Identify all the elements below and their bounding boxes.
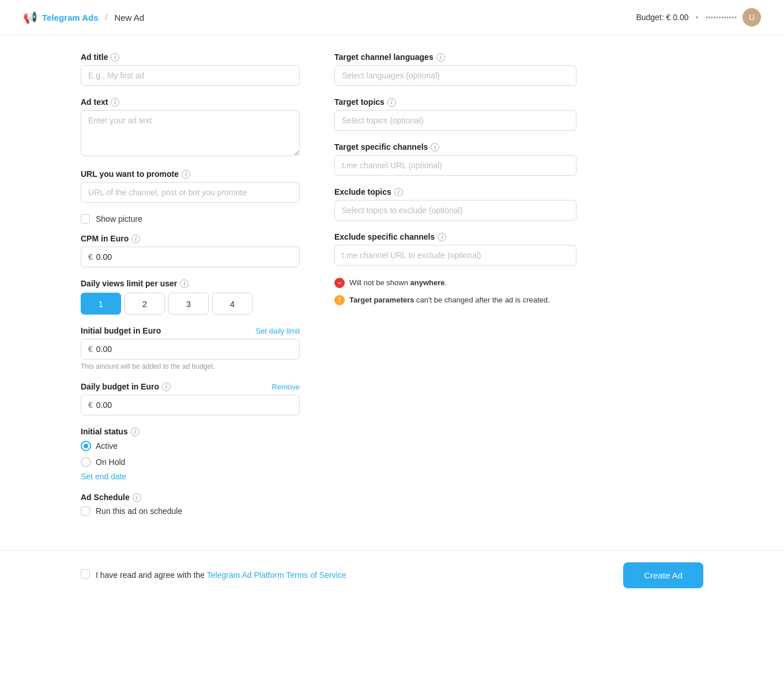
run-schedule-checkbox[interactable] (81, 506, 90, 516)
daily-views-info-icon[interactable]: i (180, 279, 189, 288)
show-picture-checkbox[interactable] (81, 214, 90, 224)
cpm-group: CPM in Euro i € (81, 234, 300, 267)
terms-link[interactable]: Telegram Ad Platform Terms of Service (207, 570, 346, 580)
remove-daily-budget-link[interactable]: Remove (272, 383, 300, 391)
exclude-channels-info-icon[interactable]: i (438, 233, 446, 241)
exclude-channels-label: Exclude specific channels i (334, 232, 576, 241)
url-label: URL you want to promote i (81, 169, 300, 179)
create-ad-button[interactable]: Create Ad (623, 562, 703, 588)
run-schedule-row[interactable]: Run this ad on schedule (81, 506, 300, 516)
target-lang-input[interactable] (334, 65, 576, 86)
warning-orange-icon: ! (334, 295, 345, 305)
daily-budget-info-icon[interactable]: i (162, 383, 171, 391)
daily-budget-label: Daily budget in Euro i (81, 382, 171, 391)
status-on-hold-row[interactable]: On Hold (81, 457, 300, 467)
footer: I have read and agree with the Telegram … (0, 550, 784, 600)
ad-text-info-icon[interactable]: i (111, 98, 119, 107)
ad-title-group: Ad title i (81, 52, 300, 86)
target-channels-input[interactable] (334, 155, 576, 176)
initial-budget-group: Initial budget in Euro Set daily limit €… (81, 326, 300, 370)
header: 📢 Telegram Ads / New Ad Budget: € 0.00 •… (0, 0, 784, 35)
user-separator: • (695, 13, 698, 22)
initial-status-label: Initial status i (81, 427, 300, 436)
exclude-channels-input[interactable] (334, 245, 576, 266)
daily-budget-input[interactable] (96, 400, 292, 410)
page-title: New Ad (114, 13, 144, 22)
daily-budget-group: Daily budget in Euro i Remove € (81, 382, 300, 415)
header-right: Budget: € 0.00 • •••••••••••• U (636, 8, 761, 27)
views-btn-1[interactable]: 1 (81, 293, 121, 315)
footer-left: I have read and agree with the Telegram … (81, 569, 346, 581)
ad-schedule-label: Ad Schedule i (81, 493, 300, 502)
show-picture-row[interactable]: Show picture (81, 214, 300, 224)
daily-budget-label-row: Daily budget in Euro i Remove (81, 382, 300, 391)
cpm-input-wrapper: € (81, 247, 300, 267)
target-lang-label: Target channel languages i (334, 52, 576, 62)
user-name: •••••••••••• (705, 13, 737, 22)
target-channels-info-icon[interactable]: i (431, 143, 439, 152)
daily-views-buttons: 1 2 3 4 (81, 293, 300, 315)
target-lang-info-icon[interactable]: i (436, 53, 445, 62)
target-topics-group: Target topics i (334, 97, 576, 131)
target-topics-label: Target topics i (334, 97, 576, 107)
terms-text: I have read and agree with the Telegram … (96, 569, 346, 581)
target-channels-group: Target specific channels i (334, 142, 576, 176)
ad-title-input[interactable] (81, 65, 300, 86)
cpm-info-icon[interactable]: i (131, 234, 140, 243)
daily-views-label: Daily views limit per user i (81, 279, 300, 288)
status-on-hold-radio[interactable] (81, 457, 91, 467)
target-topics-input[interactable] (334, 110, 576, 131)
status-active-radio[interactable] (81, 441, 91, 451)
initial-status-group: Initial status i Active On Hold Set end … (81, 427, 300, 481)
status-active-label: Active (96, 441, 118, 451)
brand-name[interactable]: Telegram Ads (42, 13, 99, 22)
initial-status-info-icon[interactable]: i (131, 428, 140, 436)
header-left: 📢 Telegram Ads / New Ad (23, 10, 144, 24)
warning-target-params-text: Target parameters can't be changed after… (349, 294, 550, 306)
avatar-initial: U (749, 13, 755, 22)
cpm-input[interactable] (96, 252, 292, 262)
views-btn-3[interactable]: 3 (168, 293, 209, 315)
warning-red-icon: − (334, 278, 345, 288)
target-topics-info-icon[interactable]: i (387, 98, 396, 107)
status-on-hold-label: On Hold (96, 457, 125, 467)
initial-budget-label-row: Initial budget in Euro Set daily limit (81, 326, 300, 335)
status-active-row[interactable]: Active (81, 441, 300, 451)
budget-display: Budget: € 0.00 (636, 13, 688, 22)
ad-schedule-info-icon[interactable]: i (133, 493, 141, 502)
url-input[interactable] (81, 182, 300, 203)
set-daily-limit-link[interactable]: Set daily limit (255, 327, 300, 335)
ad-text-label: Ad text i (81, 97, 300, 107)
initial-budget-label: Initial budget in Euro (81, 326, 161, 335)
ad-title-label: Ad title i (81, 52, 300, 62)
warning-target-params: ! Target parameters can't be changed aft… (334, 294, 576, 306)
url-info-icon[interactable]: i (182, 170, 190, 179)
terms-checkbox[interactable] (81, 569, 90, 578)
exclude-topics-input[interactable] (334, 200, 576, 221)
avatar[interactable]: U (742, 8, 761, 27)
right-column: Target channel languages i Target topics… (334, 52, 576, 527)
show-picture-label: Show picture (96, 214, 142, 224)
exclude-topics-group: Exclude topics i (334, 187, 576, 221)
initial-budget-input[interactable] (96, 345, 292, 354)
ad-schedule-group: Ad Schedule i Run this ad on schedule (81, 493, 300, 516)
url-group: URL you want to promote i (81, 169, 300, 203)
warnings-block: − Will not be shown anywhere. ! Target p… (334, 277, 576, 305)
ad-title-info-icon[interactable]: i (111, 53, 119, 62)
views-btn-2[interactable]: 2 (125, 293, 165, 315)
initial-budget-euro-sign: € (88, 345, 93, 354)
initial-budget-hint: This amount will be added to the ad budg… (81, 362, 300, 370)
main-content: Ad title i Ad text i URL you want to pro… (0, 35, 784, 550)
daily-budget-euro-sign: € (88, 400, 93, 410)
target-channels-label: Target specific channels i (334, 142, 576, 152)
warning-not-shown: − Will not be shown anywhere. (334, 277, 576, 289)
target-lang-group: Target channel languages i (334, 52, 576, 86)
warning-not-shown-text: Will not be shown anywhere. (349, 277, 447, 289)
telegram-icon: 📢 (23, 10, 37, 24)
set-end-date-link[interactable]: Set end date (81, 472, 126, 481)
ad-text-input[interactable] (81, 110, 300, 156)
views-btn-4[interactable]: 4 (212, 293, 252, 315)
exclude-topics-label: Exclude topics i (334, 187, 576, 196)
exclude-topics-info-icon[interactable]: i (394, 188, 403, 196)
initial-budget-input-wrapper: € (81, 339, 300, 360)
